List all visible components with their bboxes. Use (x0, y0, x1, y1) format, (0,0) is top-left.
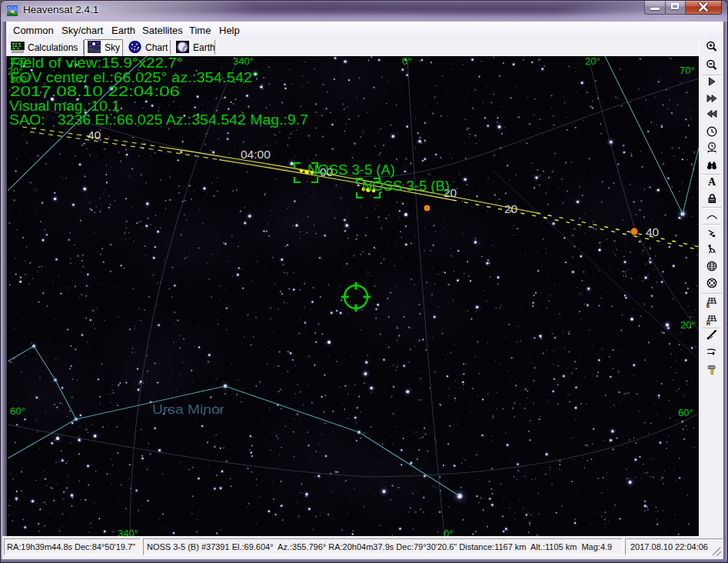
svg-text:H: H (706, 321, 710, 326)
svg-text:40: 40 (646, 225, 660, 238)
svg-text:60°: 60° (678, 407, 693, 418)
svg-text:60°: 60° (10, 405, 25, 417)
svg-text:A: A (708, 176, 716, 188)
svg-text:FOV center el.:66.025° az.:354: FOV center el.:66.025° az.:354.542° (10, 70, 258, 85)
svg-text:NOSS 3-5 (A): NOSS 3-5 (A) (307, 162, 395, 178)
svg-text:0°: 0° (402, 56, 411, 67)
svg-text:Visual mag.:10.1: Visual mag.:10.1 (9, 98, 120, 114)
svg-text:Field of view:15.9°x22.7°: Field of view:15.9°x22.7° (10, 56, 183, 71)
svg-text:70°: 70° (680, 65, 695, 76)
svg-text:340°: 340° (118, 528, 138, 536)
svg-text:2017.08.10 22:04:06: 2017.08.10 22:04:06 (10, 84, 180, 99)
svg-text:20°: 20° (585, 56, 600, 67)
svg-text:40: 40 (88, 128, 101, 142)
svg-text:NOSS 3-5 (B): NOSS 3-5 (B) (362, 178, 450, 194)
svg-text:0°: 0° (444, 528, 453, 536)
svg-text:20°: 20° (680, 319, 696, 331)
svg-text:20: 20 (504, 202, 518, 215)
svg-text:340°: 340° (233, 56, 254, 67)
svg-text:04:00: 04:00 (241, 148, 271, 161)
svg-text:SAO: 3236 El.:66.025 Az.:354: SAO: 3236 El.:66.025 Az.:354.542 Mag.:9.… (9, 112, 308, 128)
svg-text:Ursa Minor: Ursa Minor (152, 402, 224, 417)
svg-text:E: E (706, 303, 710, 308)
